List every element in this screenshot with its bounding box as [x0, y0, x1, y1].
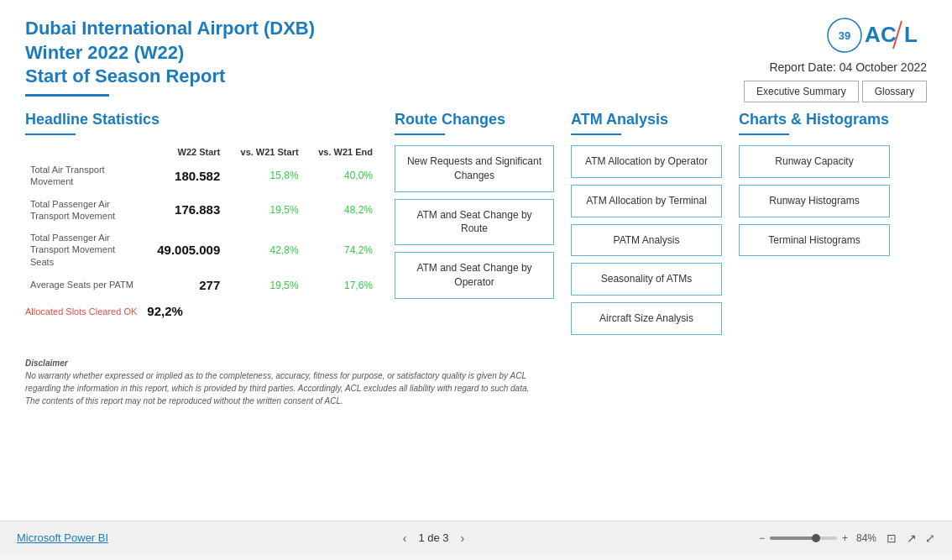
zoom-slider[interactable] [770, 536, 837, 540]
bottom-bar: Microsoft Power BI ‹ 1 de 3 › − + 84% ⊡ … [0, 521, 952, 554]
fit-screen-icon[interactable]: ⊡ [887, 531, 897, 545]
zoom-level: 84% [856, 532, 876, 544]
route-nav-box[interactable]: ATM and Seat Change by Operator [395, 252, 554, 299]
disclaimer-text2: regarding the information in this report… [25, 382, 927, 395]
stats-label: Total Passenger Air Transport Movement S… [25, 227, 141, 273]
th-vs21e: vs. W21 End [304, 145, 378, 159]
next-page-button[interactable]: › [456, 530, 470, 547]
stats-row: Total Passenger Air Transport Movement 1… [25, 193, 378, 228]
stats-vs-start: 19,5% [225, 273, 303, 297]
headline-stats-section: Headline Statistics W22 Start vs. W21 St… [25, 111, 378, 342]
charts-items: Runway CapacityRunway HistogramsTerminal… [739, 145, 890, 256]
headline-underline [25, 133, 76, 135]
main-page: Dubai International Airport (DXB) Winter… [0, 0, 952, 521]
charts-section: Charts & Histograms Runway CapacityRunwa… [739, 111, 890, 342]
main-content: Headline Statistics W22 Start vs. W21 St… [25, 111, 927, 342]
atm-items: ATM Allocation by OperatorATM Allocation… [571, 145, 722, 335]
chart-nav-box[interactable]: Runway Histograms [739, 185, 890, 217]
title-line1: Dubai International Airport (DXB) [25, 17, 315, 41]
th-w22: W22 Start [141, 145, 225, 159]
route-items: New Requests and Significant ChangesATM … [395, 145, 554, 299]
route-section-title: Route Changes [395, 111, 554, 128]
zoom-plus-icon[interactable]: + [842, 532, 848, 544]
atm-nav-box[interactable]: PATM Analysis [571, 224, 722, 257]
stats-row: Total Air Transport Movement 180.582 15,… [25, 159, 378, 193]
charts-underline [739, 133, 789, 135]
stats-vs-end: 74,2% [304, 227, 378, 273]
charts-section-title: Charts & Histograms [739, 111, 890, 128]
chart-nav-box[interactable]: Runway Capacity [739, 145, 890, 178]
route-nav-box[interactable]: New Requests and Significant Changes [395, 145, 554, 192]
stats-vs-start: 15,8% [225, 159, 303, 193]
stats-vs-end: 40,0% [304, 159, 378, 193]
svg-text:39: 39 [839, 29, 850, 42]
pagination: ‹ 1 de 3 › [398, 530, 470, 547]
disclaimer-text1: No warranty whether expressed or implied… [25, 369, 927, 382]
atm-nav-box[interactable]: ATM Allocation by Operator [571, 145, 722, 178]
stats-vs-start: 42,8% [225, 227, 303, 273]
title-block: Dubai International Airport (DXB) Winter… [25, 17, 315, 97]
title-line3: Start of Season Report [25, 65, 315, 89]
acl-logo: 39 A C L [826, 17, 927, 54]
zoom-bar: − + 84% ⊡ ↗ ⤢ [759, 531, 935, 545]
atm-section-title: ATM Analysis [571, 111, 722, 128]
share-icon[interactable]: ↗ [907, 531, 917, 545]
route-nav-box[interactable]: ATM and Seat Change by Route [395, 199, 554, 246]
page-header: Dubai International Airport (DXB) Winter… [25, 17, 927, 102]
stats-row: Total Passenger Air Transport Movement S… [25, 227, 378, 273]
atm-analysis-section: ATM Analysis ATM Allocation by OperatorA… [571, 111, 722, 342]
atm-nav-box[interactable]: Aircraft Size Analysis [571, 302, 722, 335]
svg-text:A: A [865, 22, 881, 47]
stats-value-main: 180.582 [141, 159, 225, 193]
stats-value-main: 49.005.009 [141, 227, 225, 273]
logo-svg: 39 A C L [826, 17, 927, 54]
title-line2: Winter 2022 (W22) [25, 41, 315, 65]
atm-nav-box[interactable]: Seasonality of ATMs [571, 263, 722, 296]
stats-vs-start: 19,5% [225, 193, 303, 228]
disclaimer-section: Disclaimer No warranty whether expressed… [25, 357, 927, 407]
atm-nav-box[interactable]: ATM Allocation by Terminal [571, 185, 722, 217]
stats-vs-end: 48,2% [304, 193, 378, 228]
zoom-fill [770, 536, 813, 540]
th-label [25, 145, 141, 159]
allocated-row: Allocated Slots Cleared OK 92,2% [25, 304, 378, 318]
title-underline [25, 94, 109, 97]
report-date: Report Date: 04 October 2022 [769, 60, 927, 74]
chart-nav-box[interactable]: Terminal Histograms [739, 224, 890, 257]
atm-underline [571, 133, 621, 135]
expand-icon[interactable]: ⤢ [925, 531, 935, 545]
th-vs21s: vs. W21 Start [225, 145, 303, 159]
stats-vs-end: 17,6% [304, 273, 378, 297]
svg-text:L: L [904, 22, 918, 47]
stats-value-main: 277 [141, 273, 225, 297]
page-number: 1 de 3 [418, 531, 448, 544]
allocated-label: Allocated Slots Cleared OK [25, 306, 137, 317]
allocated-value: 92,2% [147, 304, 183, 318]
disclaimer-text3: The contents of this report may not be r… [25, 395, 927, 407]
stats-table: W22 Start vs. W21 Start vs. W21 End Tota… [25, 145, 378, 297]
glossary-button[interactable]: Glossary [862, 81, 927, 102]
stats-label: Total Passenger Air Transport Movement [25, 193, 141, 228]
header-right: 39 A C L Report Date: 04 October 2022 Ex… [744, 17, 927, 102]
headline-section-title: Headline Statistics [25, 111, 378, 128]
route-changes-section: Route Changes New Requests and Significa… [395, 111, 554, 342]
stats-value-main: 176.883 [141, 193, 225, 228]
stats-label: Average Seats per PATM [25, 273, 141, 297]
disclaimer-title: Disclaimer [25, 359, 68, 368]
header-buttons: Executive Summary Glossary [744, 81, 927, 102]
stats-row: Average Seats per PATM 277 19,5% 17,6% [25, 273, 378, 297]
executive-summary-button[interactable]: Executive Summary [744, 81, 859, 102]
route-underline [395, 133, 445, 135]
stats-label: Total Air Transport Movement [25, 159, 141, 193]
zoom-minus-icon[interactable]: − [759, 532, 765, 544]
prev-page-button[interactable]: ‹ [398, 530, 412, 547]
zoom-thumb [812, 534, 820, 542]
powerbi-link[interactable]: Microsoft Power BI [17, 531, 108, 544]
